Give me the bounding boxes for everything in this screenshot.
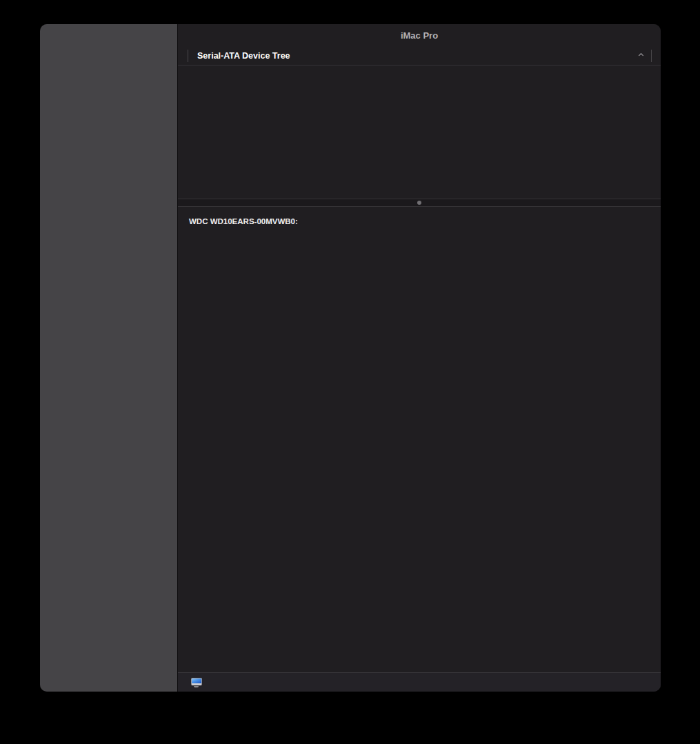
device-tree-header-label: Serial-ATA Device Tree — [197, 51, 290, 61]
zoom-button[interactable] — [76, 30, 84, 39]
device-tree-list — [178, 72, 661, 196]
close-button[interactable] — [48, 30, 57, 39]
splitter-dot-icon — [417, 201, 421, 205]
device-tree-section-header: Serial-ATA Device Tree — [178, 46, 661, 66]
details-title: WDC WD10EARS-00MVWB0: — [178, 217, 661, 225]
sidebar — [40, 24, 178, 692]
splitter-handle[interactable] — [178, 199, 661, 207]
imac-screen — [191, 678, 202, 685]
minimize-button[interactable] — [62, 30, 70, 39]
header-right-tick — [651, 50, 652, 62]
details-panel: WDC WD10EARS-00MVWB0: — [178, 207, 661, 672]
system-information-window: iMac Pro Serial-ATA Device Tree WDC WD10… — [40, 24, 661, 692]
window-title: iMac Pro — [401, 30, 438, 41]
main-panel: iMac Pro Serial-ATA Device Tree WDC WD10… — [178, 24, 661, 692]
status-bar — [178, 672, 661, 692]
sidebar-nav — [40, 45, 177, 692]
imac-stand — [194, 686, 199, 687]
header-left-tick — [188, 50, 188, 62]
collapse-chevron-icon[interactable] — [639, 53, 643, 58]
imac-display-icon — [190, 678, 202, 687]
titlebar[interactable]: iMac Pro — [178, 24, 661, 46]
window-controls — [40, 24, 177, 45]
